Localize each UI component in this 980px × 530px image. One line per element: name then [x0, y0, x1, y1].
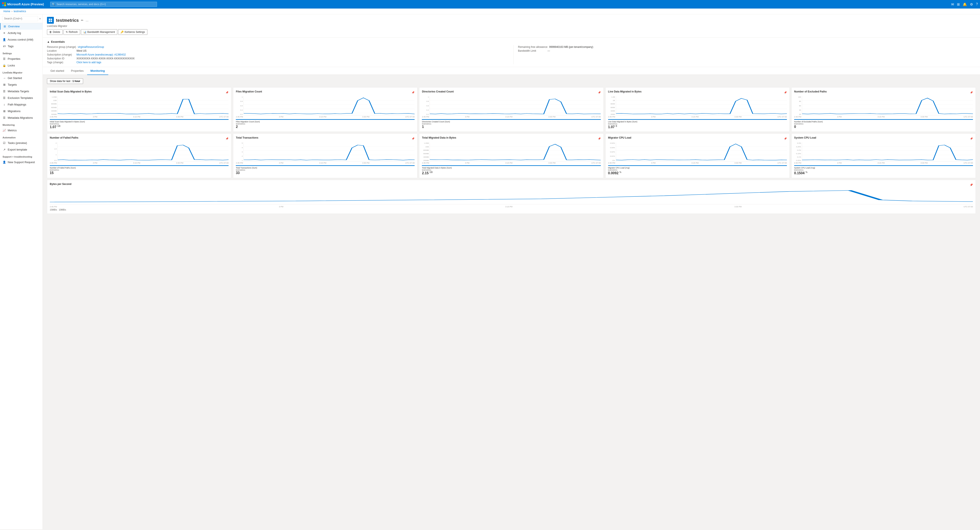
resource-group-label: Resource group (change): [47, 46, 76, 48]
chart-x-labels: 2:45 PM3 PM3:15 PM3:30 PMUTC-07:00: [608, 162, 787, 164]
chart-pin-icon[interactable]: 📌: [598, 91, 601, 94]
chart-svg-container: [430, 96, 601, 115]
chart-pin-icon[interactable]: 📌: [226, 91, 229, 94]
chart-bytes-per-second: Bytes per Second 📌 2:45 PM 3 PM 3:15 PM …: [47, 180, 976, 214]
svg-rect-1: [51, 19, 52, 20]
sidebar-item-metadata-targets[interactable]: ☰ Metadata Targets: [0, 88, 43, 95]
sidebar-item-activity-log[interactable]: ≡ Activity log: [0, 30, 43, 36]
tags-label: Tags (change): [47, 61, 75, 64]
chart-y-labels: 54321: [236, 142, 243, 162]
subscription-label: Subscription (change): [47, 53, 75, 56]
delete-button[interactable]: 🗑 Delete: [47, 29, 63, 35]
chart-pin-icon[interactable]: 📌: [412, 137, 415, 140]
sidebar-item-properties[interactable]: ☰ Properties: [0, 56, 43, 62]
chart-metric-label: Number of Failed Paths (Sum): [50, 167, 229, 169]
sidebar-item-export-template[interactable]: ↗ Export template: [0, 146, 43, 153]
tab-monitoring[interactable]: Monitoring: [87, 67, 108, 75]
sidebar-item-tags[interactable]: 🏷 Tags: [0, 43, 43, 49]
resource-group-value[interactable]: virginiaResourceGroup: [78, 46, 104, 48]
sidebar-item-exclusion-templates[interactable]: ☰ Exclusion Templates: [0, 95, 43, 101]
chart-wrapper: 0.3%0.25%0.2%0.15%0.1%0.05%: [794, 142, 973, 162]
bandwidth-button[interactable]: 📊 Bandwidth Management: [81, 29, 117, 35]
chart-pin-icon[interactable]: 📌: [226, 137, 229, 140]
sidebar-section-monitoring: Monitoring: [0, 121, 43, 127]
bell-icon[interactable]: 🔔: [963, 2, 967, 6]
sidebar-section-settings: Settings: [0, 49, 43, 56]
chart-svg-container: [243, 142, 415, 162]
bps-pin-icon[interactable]: 📌: [970, 183, 973, 186]
essentials-subscription-row: Subscription (change) Microsoft Azure (w…: [47, 53, 509, 57]
sidebar-item-locks[interactable]: 🔒 Locks: [0, 62, 43, 69]
tab-properties[interactable]: Properties: [67, 67, 87, 75]
refresh-button[interactable]: ↻ Refresh: [64, 29, 80, 35]
chart-card: Migrator CPU Load📌0.04%0.03%0.02%0.01%0%…: [605, 133, 790, 178]
tab-get-started[interactable]: Get started: [47, 67, 67, 75]
chart-metric-value: 15: [50, 171, 229, 175]
sidebar-item-tasks[interactable]: ☑ Tasks (preview): [0, 140, 43, 146]
chart-pin-icon[interactable]: 📌: [412, 91, 415, 94]
resource-name: testmetrics: [56, 18, 79, 23]
search-input[interactable]: [50, 2, 157, 7]
sidebar-item-new-support[interactable]: 👤 New Support Request: [0, 159, 43, 165]
sidebar-item-migrations[interactable]: ⊞ Migrations: [0, 108, 43, 114]
chart-title: Total Migrated Data in Bytes: [422, 136, 456, 139]
chart-metric-label: Number of Excluded Paths (Sum): [794, 121, 973, 123]
subscription-value[interactable]: Microsoft Azure (wandiscoeuap): #1390432: [76, 53, 126, 56]
essentials-collapse-icon: ▲: [47, 40, 50, 43]
search-bar[interactable]: 🔍: [50, 2, 157, 7]
chart-card: Initial Scan Data Migrated in Bytes📌1.2G…: [47, 87, 231, 132]
show-data-button[interactable]: Show data for last : 1 hour: [47, 78, 83, 84]
sidebar-item-metrics[interactable]: 📈 Metrics: [0, 127, 43, 134]
chart-x-labels: 2:45 PM3 PM3:15 PM3:30 PMUTC-07:00: [422, 162, 601, 164]
sidebar-search-input[interactable]: [2, 16, 38, 21]
chart-title: Directories Created Count: [422, 90, 454, 93]
sidebar-item-access-control[interactable]: 👤 Access control (IAM): [0, 36, 43, 43]
chart-pin-icon[interactable]: 📌: [784, 137, 787, 140]
sidebar-collapse-icon[interactable]: «: [39, 17, 41, 20]
chart-footer: Migrator CPU Load (Avg)testmetrics0.0092…: [608, 165, 787, 175]
chart-y-labels: 1.2GB1GB800MB600MB400MB200MB: [422, 142, 429, 162]
chart-x-labels: 2:45 PM3 PM3:15 PM3:30 PMUTC-07:00: [50, 116, 229, 118]
chart-pin-icon[interactable]: 📌: [598, 137, 601, 140]
sidebar-item-metadata-migrations[interactable]: ☰ Metadata Migrations: [0, 114, 43, 121]
resource-subtitle: LiveData Migrator: [47, 25, 976, 27]
resource-more-icon[interactable]: …: [86, 19, 89, 22]
essentials-remaining-row: Remaining free allowance 9999940163 MB (…: [518, 45, 976, 49]
essentials-subscription-id-row: Subscription ID XXXXXXXX-XXXX-XXXX-XXXX-…: [47, 57, 509, 60]
help-icon[interactable]: ?: [976, 2, 978, 6]
chart-wrapper: 10.80.60.40.2: [422, 96, 601, 115]
chart-pin-icon[interactable]: 📌: [970, 91, 973, 94]
email-icon[interactable]: ✉: [951, 2, 954, 6]
refresh-icon: ↻: [66, 30, 68, 33]
breadcrumb-sep: ›: [11, 10, 13, 13]
sidebar-item-path-mappings[interactable]: ↕ Path Mappings: [0, 101, 43, 108]
chart-metric-sub: testmetrics: [794, 123, 973, 125]
delete-icon: 🗑: [49, 30, 52, 33]
get-started-icon: →: [3, 76, 6, 79]
chart-footer: Number of Failed Paths (Sum)testmetrics1…: [50, 165, 229, 175]
tags-value[interactable]: Click here to add tags: [76, 61, 101, 64]
svg-rect-0: [49, 19, 50, 20]
chart-metric-sub: testmetrics: [50, 169, 229, 171]
chart-wrapper: 54321: [236, 142, 415, 162]
resource-header: testmetrics ✏ … LiveData Migrator 🗑 Dele…: [43, 14, 980, 38]
bandwidth-limit-label: Bandwidth Limit: [518, 49, 546, 52]
bandwidth-label: Bandwidth Management: [88, 30, 115, 33]
essentials-header[interactable]: ▲ Essentials: [47, 40, 976, 43]
sidebar-item-overview[interactable]: ⊞ Overview: [0, 23, 43, 30]
chart-svg-container: [57, 142, 229, 162]
chart-pin-icon[interactable]: 📌: [970, 137, 973, 140]
breadcrumb-home[interactable]: Home: [3, 10, 10, 13]
tags-icon: 🏷: [3, 44, 6, 48]
sidebar-item-get-started[interactable]: → Get Started: [0, 75, 43, 81]
directory-icon[interactable]: ⊞: [957, 2, 960, 6]
kerberos-button[interactable]: 🔑 Kerberos Settings: [118, 29, 147, 35]
resource-edit-icon[interactable]: ✏: [81, 19, 84, 22]
monitoring-content: Show data for last : 1 hour Initial Scan…: [43, 75, 980, 219]
chart-x-labels: 2:45 PM3 PM3:15 PM3:30 PMUTC-07:00: [422, 116, 601, 118]
sidebar-item-targets[interactable]: ⊞ Targets: [0, 81, 43, 88]
gear-icon[interactable]: ⚙: [970, 2, 973, 6]
chart-x-labels: 2:45 PM3 PM3:15 PM3:30 PMUTC-07:00: [794, 162, 973, 164]
chart-pin-icon[interactable]: 📌: [784, 91, 787, 94]
chart-wrapper: 0.04%0.03%0.02%0.01%0%: [608, 142, 787, 162]
